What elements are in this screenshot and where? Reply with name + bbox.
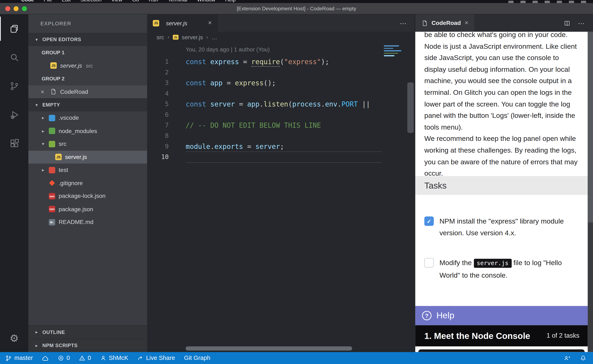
line-number[interactable]: 6 [147,110,169,120]
code-line-2[interactable]: 2 [147,67,415,78]
menu-window[interactable]: Window [197,0,215,2]
unchecked-checkbox[interactable] [424,258,434,267]
source-control-icon[interactable] [0,72,28,101]
code-token: express [210,58,239,66]
search-icon[interactable] [0,43,28,72]
more-actions-icon[interactable]: ⋯ [400,19,406,27]
tree-item-test[interactable]: ▸test [28,163,147,176]
open-editor-item-server-js[interactable]: JSserver.jssrc [28,59,147,72]
status-item-label: 0 [67,355,70,362]
menu-help[interactable]: Help [225,0,236,2]
line-number[interactable]: 10 [147,152,169,162]
line-number[interactable]: 9 [147,141,169,152]
tree-item--vscode[interactable]: ▸.vscode [28,111,147,124]
menu-run[interactable]: Run [149,0,158,2]
status-item-live-share[interactable]: Live Share [137,355,175,362]
more-actions-icon[interactable]: ⋯ [578,19,585,27]
run-debug-icon[interactable] [0,101,28,129]
tree-item-package-json[interactable]: npmpackage.json [28,202,147,215]
tree-item-server-js[interactable]: JSserver.js [28,150,147,163]
npm-file-icon: npm [49,206,55,212]
close-editor-icon[interactable]: × [41,88,50,95]
line-number[interactable]: 3 [147,78,169,88]
file-tree: ▸.vscode▸node_modules▾srcJSserver.js▸tes… [28,111,147,229]
status-item-git-graph[interactable]: Git Graph [184,355,210,362]
error-icon [58,355,64,361]
help-button[interactable]: ? Help [415,306,588,325]
line-number[interactable]: 1 [147,57,169,67]
line-number[interactable]: 8 [147,131,169,141]
status-item-warnings[interactable]: 0 [79,355,91,362]
code-editor[interactable]: You, 20 days ago | 1 author (You) 1const… [147,42,415,352]
open-editors-header[interactable]: ▾ OPEN EDITORS [28,33,147,46]
js-file-icon: JS [55,154,61,160]
breadcrumb-item[interactable]: server.js [182,34,203,40]
code-token: listen [264,100,288,108]
menu-selection[interactable]: Selection [80,0,101,2]
extensions-icon[interactable] [0,129,28,158]
sidebar-section-npm-scripts[interactable]: ▸NPM SCRIPTS [28,339,147,352]
minimap-line [384,54,401,55]
close-tab-icon[interactable]: × [208,19,212,27]
close-tab-icon[interactable]: × [465,19,468,27]
zoom-window-button[interactable] [22,6,27,11]
code-line-7[interactable]: 7// -- DO NOT EDIT BELOW THIS LINE [147,120,415,130]
code-token: const [186,100,206,108]
menu-go[interactable]: Go [132,0,139,2]
tree-item--gitignore[interactable]: .gitignore [28,177,147,190]
code-line-4[interactable]: 4 [147,88,415,99]
cloud-icon [42,355,49,361]
status-item-live-share-contacts[interactable] [564,355,570,361]
breadcrumb-item[interactable]: … [212,34,217,40]
code-line-6[interactable]: 6 [147,110,415,120]
task-text: Modify the server.js file to log "Hello … [440,257,573,281]
workspace-root-header[interactable]: ▾ EMPTY [28,98,147,111]
open-editor-item-coderoad[interactable]: ×CodeRoad [28,85,147,98]
webview-scrollbar[interactable] [588,32,593,352]
horizontal-scrollbar[interactable] [186,346,352,351]
line-number[interactable]: 7 [147,120,169,130]
tree-item-package-lock-json[interactable]: npmpackage-lock.json [28,190,147,202]
tree-item-src[interactable]: ▾src [28,137,147,150]
code-line-10[interactable]: 10 [147,152,415,162]
status-item-shmck[interactable]: ShMcK [100,355,128,362]
macos-menu-bar: CodeFileEditSelectionViewGoRunTerminalWi… [0,0,593,3]
checked-checkbox[interactable]: ✓ [424,216,434,226]
tab-coderoad[interactable]: CodeRoad × [415,14,474,32]
line-number[interactable]: 4 [147,88,169,99]
tree-item-label: node_modules [59,128,97,134]
menu-code[interactable]: Code [21,0,34,2]
menu-view[interactable]: View [111,0,122,2]
minimap[interactable] [384,45,401,57]
status-item-notifications[interactable] [580,355,586,361]
tab-server-js[interactable]: JS server.js × [147,14,217,32]
menu-edit[interactable]: Edit [62,0,71,2]
settings-gear-icon[interactable]: ⚙ [10,328,19,348]
code-line-3[interactable]: 3const app = express(); [147,78,415,88]
menu-file[interactable]: File [44,0,52,2]
minimize-window-button[interactable] [13,6,19,11]
webview-scrollbar-thumb[interactable] [588,32,593,222]
split-editor-icon[interactable] [564,20,570,26]
menu-status-icon [533,1,538,3]
tree-item-readme-md[interactable]: M↓README.md [28,216,147,229]
breadcrumb-item[interactable]: src [156,34,164,40]
code-line-1[interactable]: 1const express = require("express"); [147,57,415,67]
webview-actions: ⋯ [564,14,593,32]
explorer-icon[interactable] [0,14,28,43]
line-number[interactable]: 2 [147,67,169,78]
tree-item-node-modules[interactable]: ▸node_modules [28,124,147,137]
close-window-button[interactable] [5,6,10,11]
status-item-publish-sync[interactable] [42,355,49,361]
editor-scrollbar-thumb[interactable] [407,82,414,133]
line-number[interactable]: 5 [147,99,169,109]
status-item-git-branch[interactable]: master [5,355,33,362]
code-line-5[interactable]: 5const server = app.listen(process.env.P… [147,99,415,109]
lesson-footer[interactable]: 1. Meet the Node Console 1 of 2 tasks [415,325,588,346]
status-item-errors[interactable]: 0 [58,355,70,362]
sidebar-section-outline[interactable]: ▸OUTLINE [28,325,147,338]
code-line-9[interactable]: 9module.exports = server; [147,141,415,152]
code-line-8[interactable]: 8 [147,131,415,141]
menu-terminal[interactable]: Terminal [168,0,187,2]
breadcrumb[interactable]: src›JSserver.js›… [147,32,415,42]
